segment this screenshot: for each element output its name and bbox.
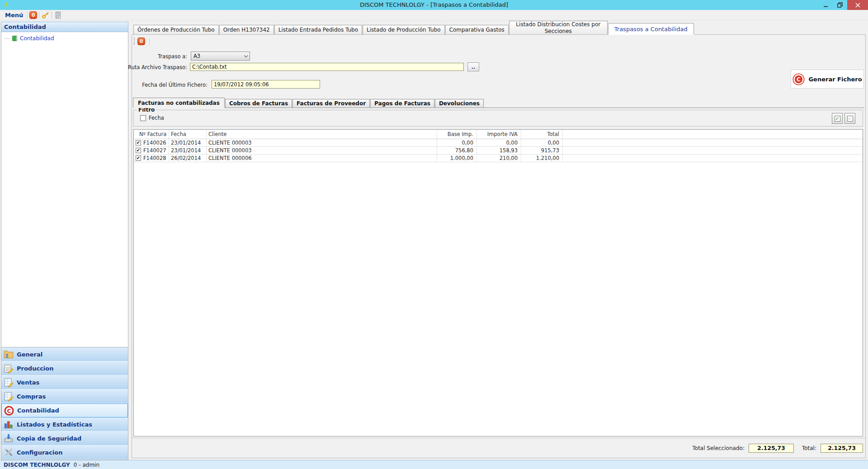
sheet-pencil-icon — [3, 391, 14, 402]
factura-number: F140028 — [143, 155, 166, 161]
table-row[interactable]: ✔F14002723/01/2014CLIENTE 000003756,8015… — [134, 147, 863, 155]
sidebar-item-label: Ventas — [17, 379, 39, 386]
menu-button[interactable]: Menú — [3, 12, 25, 19]
restore-button[interactable] — [833, 0, 847, 10]
sidebar-item-general[interactable]: General — [1, 347, 128, 361]
column-header-fecha[interactable]: Fecha — [169, 130, 207, 139]
sidebar-nav-list: GeneralProduccionVentasComprasCContabili… — [1, 347, 128, 460]
key-icon[interactable] — [41, 11, 50, 19]
row-checkbox[interactable]: ✔ — [136, 148, 141, 153]
column-header-total[interactable]: Total — [521, 130, 563, 139]
sidebar-item-contabilidad[interactable]: CContabilidad — [1, 403, 128, 417]
sidebar-item-copia-de-seguridad[interactable]: Copia de Seguridad — [1, 431, 128, 446]
traspaso-select[interactable]: A3 — [191, 52, 250, 61]
sidebar-item-configuracion[interactable]: Configuracion — [1, 446, 128, 460]
stop-record-icon[interactable]: 0 — [29, 11, 37, 19]
filter-title: Filtro — [137, 107, 156, 113]
tab-strip: Órdenes de Producción TuboOrden H1307342… — [132, 20, 866, 34]
factura-number: F140027 — [143, 147, 166, 154]
tab-ordenes-de-produccion-tubo[interactable]: Órdenes de Producción Tubo — [133, 25, 219, 34]
fecha-fichero-label: Fecha del Último Fichero: — [142, 82, 208, 88]
tree-item-contabilidad[interactable]: Contabilidad — [1, 32, 128, 42]
close-button[interactable] — [847, 0, 868, 10]
cell-factura: ✔F140027 — [134, 147, 169, 154]
generar-fichero-button[interactable]: C Generar Fichero — [791, 70, 864, 89]
table-row[interactable]: ✔F14002826/02/2014CLIENTE 0000061.000,00… — [134, 155, 863, 162]
row-checkbox[interactable]: ✔ — [136, 140, 141, 145]
calculator-icon[interactable] — [54, 11, 62, 19]
sidebar-tree-panel: Contabilidad — [1, 32, 128, 347]
grid-rows: ✔F14002623/01/2014CLIENTE 0000030,000,00… — [134, 139, 863, 162]
traspaso-label: Traspaso a: — [158, 53, 187, 60]
tab-listado-entrada-pedidos-tubo[interactable]: Listado Entrada Pedidos Tubo — [274, 25, 362, 34]
column-header-cliente[interactable]: Cliente — [207, 130, 437, 139]
sidebar-item-label: Copia de Seguridad — [17, 435, 81, 442]
total-seleccionado-value: 2.125,73 — [749, 444, 794, 453]
column-header-importe-iva[interactable]: Importe IVA — [477, 130, 521, 139]
minimize-button[interactable] — [818, 0, 833, 10]
statusbar-app-name: DISCOM TECHNLOLGY — [4, 462, 70, 468]
fecha-filter-checkbox[interactable]: Fecha — [140, 115, 164, 121]
app-window: { "window": { "title": "DISCOM TECHNLOLG… — [0, 0, 868, 469]
cell-base-imp: 1.000,00 — [437, 155, 477, 162]
filter-groupbox: Filtro Fecha ✓ ✓ — [133, 110, 863, 127]
accounting-c-icon: C — [4, 405, 14, 416]
subtab-facturas-de-proveedor[interactable]: Facturas de Proveedor — [292, 99, 370, 108]
tab-traspasos-a-contabilidad[interactable]: Traspasos a Contabilidad — [608, 23, 694, 34]
window-title: DISCOM TECHNLOLGY - [Traspasos a Contabi… — [0, 0, 868, 10]
tab-comparativa-gastos[interactable]: Comparativa Gastos — [445, 25, 509, 34]
toolbar-separator — [39, 12, 39, 19]
sidebar-header: Contabilidad — [1, 22, 128, 32]
row-checkbox[interactable]: ✔ — [136, 155, 141, 161]
stop-record-icon[interactable]: 0 — [137, 38, 145, 45]
fecha-filter-label: Fecha — [149, 115, 164, 121]
check-all-icon: ✓ — [835, 116, 840, 122]
subtab-pagos-de-facturas[interactable]: Pagos de Facturas — [370, 99, 434, 108]
table-row[interactable]: ✔F14002623/01/2014CLIENTE 0000030,000,00… — [134, 139, 863, 147]
subtab-strip: Facturas no contabilizadasCobros de Fact… — [133, 98, 864, 108]
checkbox-box[interactable] — [140, 115, 146, 121]
cell-cliente: CLIENTE 000006 — [207, 155, 437, 162]
sidebar-item-label: General — [17, 351, 42, 358]
fecha-fichero-input[interactable] — [212, 80, 320, 89]
subtab-facturas-no-contabilizadas[interactable]: Facturas no contabilizadas — [133, 98, 225, 108]
subtab-devoluciones[interactable]: Devoluciones — [435, 99, 484, 108]
totals-panel: Total Seleccionado: 2.125,73 Total: 2.12… — [132, 438, 865, 458]
cell-factura: ✔F140028 — [134, 155, 169, 162]
sidebar-item-label: Listados y Estadísticas — [17, 421, 92, 428]
browse-button[interactable]: .. — [467, 62, 479, 71]
tree-item-label: Contabilidad — [20, 35, 54, 42]
deselect-all-button[interactable]: ✓ — [844, 113, 855, 124]
column-header-n-factura[interactable]: Nº Factura — [134, 130, 169, 139]
toolbar-grip — [134, 38, 135, 45]
green-book-icon — [12, 35, 18, 42]
ruta-archivo-input[interactable] — [190, 63, 464, 71]
toolbar-separator — [27, 12, 28, 19]
svg-text:C: C — [7, 408, 11, 414]
panel-toolbar: 0 — [134, 36, 151, 46]
titlebar: DISCOM TECHNLOLGY - [Traspasos a Contabi… — [0, 0, 868, 10]
content-area: Órdenes de Producción TuboOrden H1307342… — [132, 20, 866, 458]
tab-listado-de-produccion-tubo[interactable]: Listado de Producción Tubo — [363, 25, 445, 34]
tab-orden-h1307342[interactable]: Orden H1307342 — [219, 25, 274, 34]
sidebar-item-compras[interactable]: Compras — [1, 389, 128, 403]
tree-connector — [4, 38, 10, 39]
sidebar-item-ventas[interactable]: Ventas — [1, 375, 128, 389]
chevron-down-icon — [244, 53, 248, 57]
cell-base-imp: 756,80 — [437, 147, 477, 154]
sidebar-item-produccion[interactable]: Produccion — [1, 361, 128, 375]
statusbar-user-info: 0 - admin — [74, 462, 99, 468]
column-header-base-imp[interactable]: Base Imp. — [437, 130, 477, 139]
select-all-button[interactable]: ✓ — [832, 113, 843, 124]
traspaso-selected-value: A3 — [193, 53, 200, 59]
sidebar-item-listados-y-estadisticas[interactable]: Listados y Estadísticas — [1, 417, 128, 431]
facturas-grid: Nº FacturaFechaClienteBase Imp.Importe I… — [133, 129, 863, 436]
menubar: Menú 0 — [0, 10, 868, 20]
svg-text:C: C — [797, 76, 801, 82]
tab-listado-distribucion-costes-por-secciones[interactable]: Listado Distribucion Costes por Seccione… — [509, 21, 608, 34]
total-label: Total: — [802, 445, 816, 451]
factura-number: F140026 — [143, 140, 166, 146]
sheet-pencil-icon — [3, 377, 14, 388]
generar-fichero-label: Generar Fichero — [808, 76, 862, 83]
subtab-cobros-de-facturas[interactable]: Cobros de Facturas — [225, 99, 292, 108]
